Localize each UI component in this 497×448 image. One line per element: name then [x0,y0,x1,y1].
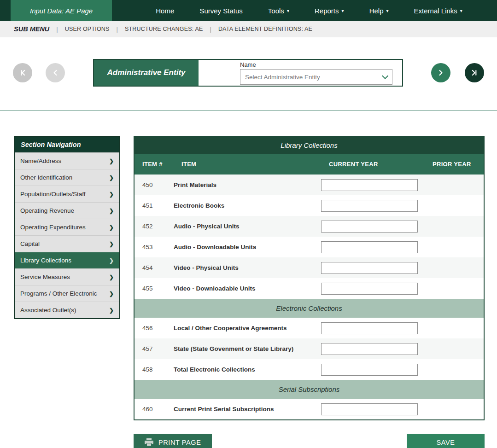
chevron-right-icon [436,68,445,77]
sidebar-item-label: Other Identification [20,174,72,181]
item-number: 460 [134,399,174,419]
current-year-input-457[interactable] [321,343,418,355]
print-page-button[interactable]: PRINT PAGE [134,434,212,448]
prior-year-value [425,257,484,278]
current-year-input-450[interactable] [321,179,418,191]
nav-item-label: External Links [414,7,457,15]
sidebar-item-label: Operating Expenditures [20,224,86,231]
sidebar-item-capital[interactable]: Capital❯ [15,235,119,252]
nav-item-survey-status[interactable]: Survey Status [199,7,242,15]
caret-down-icon: ▾ [287,8,289,13]
item-number: 454 [134,257,174,278]
sidebar-item-name-address[interactable]: Name/Address❯ [15,152,119,169]
sidebar-item-other-identification[interactable]: Other Identification❯ [15,169,119,186]
nav-item-external-links[interactable]: External Links▾ [414,7,462,15]
current-year-input-460[interactable] [321,403,418,415]
submenu-bar: SUB MENU |USER OPTIONS|STRUCTURE CHANGES… [0,21,497,37]
sidebar-item-label: Operating Revenue [20,207,74,214]
item-number: 458 [134,359,174,380]
column-header-prior-year: PRIOR YEAR [425,154,484,175]
sidebar-item-programs-other-electronic[interactable]: Programs / Other Electronic❯ [15,285,119,302]
current-year-cell [321,399,425,419]
current-year-input-456[interactable] [321,322,418,334]
current-year-cell [321,175,425,195]
item-number: 453 [134,237,174,257]
current-year-cell [321,278,425,299]
table-title: Library Collections [134,137,484,154]
prior-year-value [425,338,484,359]
submenu-links: |USER OPTIONS|STRUCTURE CHANGES: AE|DATA… [49,26,312,33]
sidebar-item-label: Name/Address [20,157,61,164]
sidebar-item-operating-expenditures[interactable]: Operating Expenditures❯ [15,219,119,235]
first-record-button[interactable] [13,63,32,82]
current-year-input-451[interactable] [321,200,418,212]
current-year-cell [321,237,425,257]
nav-item-help[interactable]: Help▾ [369,7,389,15]
nav-item-home[interactable]: Home [156,7,174,15]
entity-select-value: Select Administrative Entity [245,74,320,81]
current-year-cell [321,338,425,359]
entity-select[interactable]: Select Administrative Entity [240,69,392,85]
current-year-input-452[interactable] [321,221,418,233]
entity-name-label: Name [240,61,392,68]
prior-year-value [425,195,484,216]
table-row-item-457: 457State (State Govenment or State Libra… [134,338,484,359]
sidebar-item-service-measures[interactable]: Service Measures❯ [15,268,119,285]
submenu-separator: | [117,26,118,33]
table-row-item-460: 460Current Print Serial Subscriptions [134,399,484,419]
sidebar-item-label: Programs / Other Electronic [20,290,97,297]
section-row-electronic-collections: Electronic Collections [134,299,484,318]
previous-record-button[interactable] [46,63,65,82]
nav-item-label: Survey Status [199,7,242,15]
item-label: Audio - Physical Units [174,216,321,237]
sidebar-item-label: Capital [20,240,40,247]
current-year-input-453[interactable] [321,241,418,253]
submenu-link-data-element-definitions-ae[interactable]: DATA ELEMENT DEFINITIONS: AE [218,26,312,32]
submenu-link-user-options[interactable]: USER OPTIONS [65,26,110,32]
sidebar-item-label: Library Collections [20,257,71,264]
tab-input-data-ae-page[interactable]: Input Data: AE Page [11,0,112,21]
chevron-left-icon [51,68,60,77]
skip-first-icon [18,68,27,77]
prior-year-value [425,216,484,237]
item-number: 451 [134,195,174,216]
item-number: 452 [134,216,174,237]
current-year-input-455[interactable] [321,283,418,295]
sidebar-item-population-outlets-staff[interactable]: Population/Outlets/Staff❯ [15,186,119,202]
nav-item-reports[interactable]: Reports▾ [315,7,344,15]
entity-name-field: Name Select Administrative Entity [240,60,392,86]
item-label: Video - Downloadable Units [174,278,321,299]
prior-year-value [425,278,484,299]
last-record-button[interactable] [465,63,484,82]
sidebar-item-library-collections[interactable]: Library Collections❯ [15,252,119,268]
nav-item-label: Help [369,7,384,15]
table-row-item-453: 453Audio - Downloadable Units [134,237,484,257]
print-page-label: PRINT PAGE [158,439,201,446]
current-year-input-454[interactable] [321,262,418,274]
item-number: 456 [134,318,174,338]
column-header-item-number: ITEM # [134,154,174,175]
chevron-right-icon: ❯ [109,257,114,264]
sidebar-item-operating-revenue[interactable]: Operating Revenue❯ [15,202,119,219]
prior-year-value [425,359,484,380]
save-button[interactable]: SAVE [407,434,485,448]
section-row-label: Electronic Collections [134,299,484,318]
submenu-separator: | [56,26,58,33]
item-number: 450 [134,175,174,195]
chevron-down-icon [382,73,388,79]
current-year-cell [321,359,425,380]
entity-selector-title: Administrative Entity [94,60,199,86]
sidebar-item-label: Associated Outlet(s) [20,307,76,314]
prior-year-value [425,175,484,195]
caret-down-icon: ▾ [342,8,344,13]
section-divider [0,111,497,111]
nav-item-tools[interactable]: Tools▾ [268,7,289,15]
column-header-item: ITEM [174,154,321,175]
next-record-button[interactable] [431,63,450,82]
nav-item-label: Reports [315,7,339,15]
section-row-serial-subscriptions: Serial Subscriptions [134,380,484,399]
submenu-link-structure-changes-ae[interactable]: STRUCTURE CHANGES: AE [125,26,203,32]
chevron-right-icon: ❯ [109,175,114,181]
sidebar-item-associated-outlet-s[interactable]: Associated Outlet(s)❯ [15,302,119,318]
current-year-input-458[interactable] [321,364,418,376]
